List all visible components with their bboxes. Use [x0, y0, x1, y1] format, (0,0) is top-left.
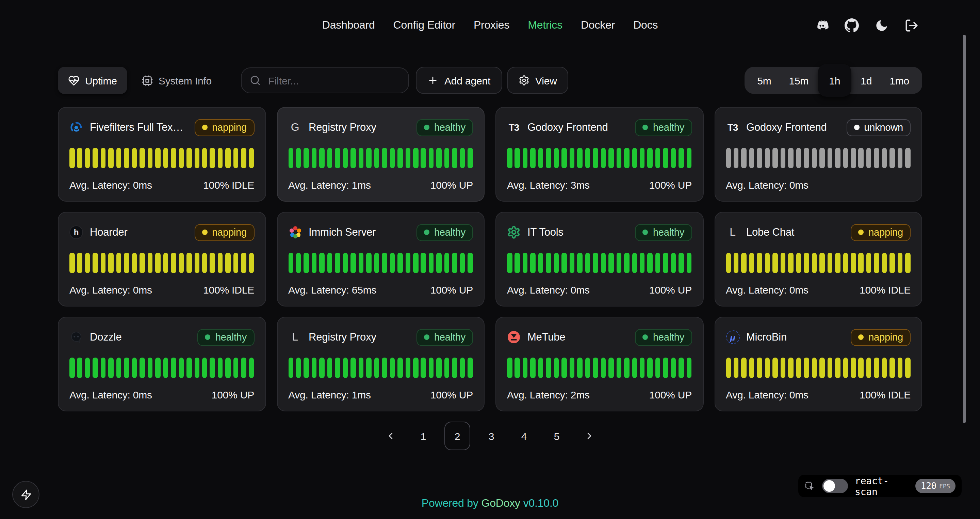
service-card[interactable]: μMicroBinnappingAvg. Latency: 0ms100% ID…	[714, 317, 922, 411]
github-icon[interactable]	[845, 18, 859, 32]
heart-pulse-icon	[68, 75, 80, 86]
uptime-bar	[554, 358, 559, 378]
uptime-bar	[452, 358, 457, 378]
time-range-15m[interactable]: 15m	[780, 69, 817, 91]
avg-latency: Avg. Latency: 0ms	[69, 179, 152, 191]
uptime-bar	[85, 358, 90, 378]
nav-item-config-editor[interactable]: Config Editor	[393, 19, 455, 31]
filter-input[interactable]	[267, 74, 400, 87]
status-dot-icon	[202, 125, 207, 130]
nav-item-proxies[interactable]: Proxies	[474, 19, 509, 31]
uptime-percent: 100% IDLE	[203, 284, 254, 295]
uptime-bar	[538, 253, 543, 273]
uptime-bar	[905, 253, 911, 273]
uptime-bar	[249, 358, 254, 378]
uptime-bar	[163, 148, 168, 168]
filter-input-box[interactable]	[241, 67, 409, 93]
uptime-bar	[234, 148, 239, 168]
uptime-bar	[608, 358, 614, 378]
uptime-bar	[335, 148, 340, 168]
service-card[interactable]: MeTubehealthyAvg. Latency: 2ms100% UP	[495, 317, 703, 411]
uptime-bar	[530, 148, 536, 168]
status-badge: healthy	[417, 119, 473, 136]
nav-item-metrics[interactable]: Metrics	[528, 19, 563, 31]
service-card[interactable]: T3Godoxy FrontendunknownAvg. Latency: 0m…	[714, 107, 922, 201]
nav-item-dashboard[interactable]: Dashboard	[322, 19, 375, 31]
uptime-bar	[226, 253, 231, 273]
uptime-bar	[523, 358, 528, 378]
uptime-bar	[460, 148, 465, 168]
time-range-1mo[interactable]: 1mo	[881, 69, 918, 91]
uptime-bar	[538, 358, 543, 378]
uptime-bars	[726, 148, 911, 168]
card-footer: Avg. Latency: 1ms100% UP	[288, 179, 473, 191]
uptime-bar	[608, 253, 614, 273]
tab-system-info[interactable]: System Info	[131, 67, 222, 94]
avg-latency: Avg. Latency: 2ms	[507, 389, 590, 401]
uptime-bar	[562, 148, 567, 168]
card-footer: Avg. Latency: 1ms100% UP	[288, 389, 473, 401]
status-badge: healthy	[635, 329, 692, 346]
quick-actions-button[interactable]	[12, 481, 40, 508]
uptime-bar	[515, 358, 520, 378]
godoxy-link[interactable]: GoDoxy	[482, 497, 520, 509]
view-button[interactable]: View	[507, 67, 569, 94]
uptime-bar	[741, 148, 746, 168]
time-range-1d[interactable]: 1d	[852, 69, 881, 91]
uptime-bar	[468, 253, 473, 273]
nav-item-docker[interactable]: Docker	[581, 19, 615, 31]
uptime-bar	[163, 358, 168, 378]
service-card[interactable]: Immich ServerhealthyAvg. Latency: 65ms10…	[277, 212, 485, 307]
uptime-bar	[249, 253, 254, 273]
service-card[interactable]: Fivefilters Full Tex…nappingAvg. Latency…	[58, 107, 266, 201]
service-card[interactable]: GRegistry ProxyhealthyAvg. Latency: 1ms1…	[277, 107, 485, 201]
uptime-bar	[523, 148, 528, 168]
uptime-bar	[304, 148, 309, 168]
uptime-bar	[210, 358, 215, 378]
service-card[interactable]: DozzlehealthyAvg. Latency: 0ms100% UP	[58, 317, 266, 411]
logout-icon[interactable]	[904, 18, 919, 32]
status-badge: healthy	[198, 329, 254, 346]
uptime-bar	[116, 253, 121, 273]
nav-item-docs[interactable]: Docs	[633, 19, 658, 31]
pagination-page-1[interactable]: 1	[412, 422, 435, 450]
service-card[interactable]: IT ToolshealthyAvg. Latency: 0ms100% UP	[495, 212, 703, 307]
uptime-bar	[640, 148, 645, 168]
service-card[interactable]: T3Godoxy FrontendhealthyAvg. Latency: 3m…	[495, 107, 703, 201]
time-range-5m[interactable]: 5m	[748, 69, 780, 91]
scrollbar-thumb[interactable]	[963, 35, 966, 423]
pagination-page-3[interactable]: 3	[480, 422, 503, 450]
uptime-bar	[132, 253, 137, 273]
uptime-bar	[757, 358, 762, 378]
add-agent-button[interactable]: Add agent	[416, 67, 502, 94]
time-range-1h[interactable]: 1h	[818, 64, 851, 97]
moon-icon[interactable]	[875, 18, 889, 32]
uptime-bar	[124, 148, 129, 168]
uptime-bar	[671, 358, 676, 378]
uptime-bar	[570, 253, 575, 273]
discord-icon[interactable]	[815, 18, 829, 32]
avg-latency: Avg. Latency: 0ms	[507, 284, 590, 295]
pagination-next[interactable]	[578, 422, 601, 450]
service-card[interactable]: LRegistry ProxyhealthyAvg. Latency: 1ms1…	[277, 317, 485, 411]
uptime-bar	[444, 148, 450, 168]
uptime-percent: 100% IDLE	[203, 179, 254, 191]
uptime-bar	[179, 148, 184, 168]
uptime-bar	[655, 148, 660, 168]
react-scan-toggle[interactable]	[822, 479, 848, 493]
fps-value: 120	[921, 481, 937, 491]
service-card[interactable]: LLobe ChatnappingAvg. Latency: 0ms100% I…	[714, 212, 922, 307]
pagination-page-2[interactable]: 2	[444, 422, 470, 450]
uptime-bar	[437, 358, 442, 378]
pagination-page-4[interactable]: 4	[512, 422, 536, 450]
pagination-prev[interactable]	[379, 422, 402, 450]
pagination-page-5[interactable]: 5	[545, 422, 568, 450]
tab-uptime[interactable]: Uptime	[58, 67, 127, 94]
uptime-bar	[866, 253, 872, 273]
status-label: napping	[212, 227, 247, 238]
card-header: T3Godoxy Frontendhealthy	[507, 118, 692, 136]
uptime-bar	[93, 148, 98, 168]
uptime-bar	[398, 148, 402, 168]
uptime-bar	[757, 253, 762, 273]
service-card[interactable]: hHoardernappingAvg. Latency: 0ms100% IDL…	[58, 212, 266, 307]
